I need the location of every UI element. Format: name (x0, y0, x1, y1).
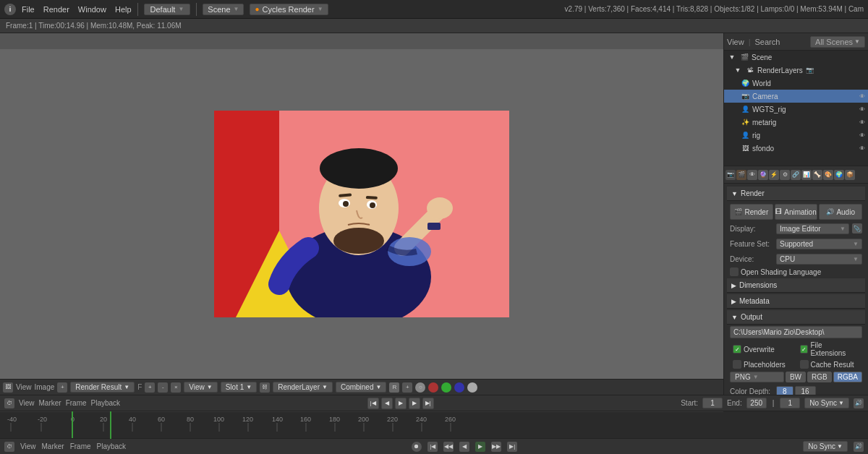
prop-icon-physics[interactable]: ⚙ (780, 170, 790, 180)
outliner-scene[interactable]: ▼ 🎬 Scene (724, 51, 868, 64)
timeline-ruler[interactable]: -40 -20 0 20 40 60 80 100 120 140 160 18… (0, 411, 868, 439)
overwrite-check[interactable]: ✓ Overwrite (730, 340, 796, 358)
next-frame-btn[interactable]: ▶ (409, 398, 420, 409)
scene-selector[interactable]: Scene ▼ (203, 4, 244, 15)
menu-help[interactable]: Help (115, 5, 132, 14)
prop-icon-object[interactable]: 📦 (845, 170, 855, 180)
current-frame[interactable]: 1 (780, 398, 800, 408)
render-button[interactable]: 🎬 Render (730, 204, 773, 220)
display-ext-icon[interactable]: 📎 (852, 223, 862, 234)
prop-icon-render[interactable]: 🎬 (736, 170, 746, 180)
render-result-selector[interactable]: Render Result ▼ (70, 382, 135, 393)
layout-selector[interactable]: Default ▼ (144, 4, 191, 15)
outliner-renderlayers[interactable]: ▼ 📽 RenderLayers 📷 (724, 64, 868, 77)
timeline-playback-btn[interactable]: Playback (91, 399, 121, 407)
rgb-button[interactable]: RGB (807, 372, 832, 382)
play-btn[interactable]: ▶ (395, 398, 407, 409)
chain-icon[interactable]: ⛓ (260, 382, 270, 393)
animation-button[interactable]: 🎞 Animation (775, 204, 818, 220)
prop-icon-bone[interactable]: 🦴 (812, 170, 822, 180)
timeline-view-btn[interactable]: View (19, 399, 35, 407)
file-ext-check[interactable]: ✓ File Extensions (797, 340, 863, 358)
end-value[interactable]: 250 (746, 398, 767, 408)
menu-file[interactable]: File (22, 5, 35, 14)
device-value[interactable]: CPU ▼ (776, 254, 862, 265)
outliner-sfondo[interactable]: 🖼 sfondo 👁 (724, 142, 868, 155)
outliner-world[interactable]: 🌍 World (724, 77, 868, 90)
prop-icon-particles[interactable]: ⚡ (769, 170, 779, 180)
prop-icon-constraints[interactable]: 🔗 (791, 170, 801, 180)
bottom-ctrl4[interactable]: ◀ (459, 442, 469, 452)
bottom-ctrl1[interactable]: ⏺ (412, 442, 422, 452)
prop-icon-view[interactable]: 👁 (747, 170, 757, 180)
display-value[interactable]: Image Editor ▼ (776, 223, 849, 234)
prop-icon-world[interactable]: 🌍 (834, 170, 844, 180)
slot-x-icon[interactable]: × (171, 382, 181, 393)
bottom-ctrl3[interactable]: ◀◀ (443, 442, 454, 452)
view-selector[interactable]: View ▼ (184, 382, 217, 393)
slot-del-icon[interactable]: - (158, 382, 168, 393)
audio-button[interactable]: 🔊 Audio (819, 204, 862, 220)
shading-checkbox[interactable] (730, 267, 739, 276)
dimensions-header[interactable]: ▶ Dimensions (727, 278, 865, 293)
bottom-ctrl5[interactable]: ▶ (475, 442, 485, 452)
bottom-ctrl7[interactable]: ▶| (507, 442, 517, 452)
bottom-view[interactable]: View (20, 442, 36, 450)
sync-selector[interactable]: No Sync ▼ (804, 398, 849, 408)
img-editor-icon[interactable]: 🖼 (3, 382, 13, 393)
timeline-frame-btn[interactable]: Frame (66, 399, 87, 407)
output-header[interactable]: ▼ Output (727, 310, 865, 325)
all-scenes-selector[interactable]: All Scenes ▼ (810, 36, 865, 48)
start-value[interactable]: 1 (702, 398, 723, 408)
add-icon2[interactable]: + (402, 382, 412, 393)
render-section-header[interactable]: ▼ Render (727, 187, 865, 201)
img-add-icon[interactable]: + (57, 382, 67, 393)
speaker-icon[interactable]: 🔊 (854, 398, 864, 408)
prop-icon-material[interactable]: 🔮 (758, 170, 768, 180)
img-image-btn[interactable]: Image (35, 383, 55, 391)
depth-16[interactable]: 16 (795, 386, 816, 395)
outliner-rig[interactable]: 👤 rig 👁 (724, 129, 868, 142)
renderlayer-selector[interactable]: RenderLayer ▼ (273, 382, 333, 393)
combined-selector[interactable]: Combined ▼ (336, 382, 387, 393)
outliner-wgts[interactable]: 👤 WGTS_rig 👁 (724, 103, 868, 116)
engine-selector[interactable]: ● Cycles Render ▼ (250, 4, 328, 15)
jump-end-btn[interactable]: ▶| (422, 398, 434, 409)
menu-render[interactable]: Render (43, 5, 69, 14)
bottom-frame[interactable]: Frame (70, 442, 91, 450)
menu-window[interactable]: Window (78, 5, 106, 14)
cache-checkbox-box[interactable] (800, 360, 809, 369)
tab-search[interactable]: Search (755, 38, 780, 46)
feature-value[interactable]: Supported ▼ (776, 239, 862, 249)
bottom-icon[interactable]: ⏱ (4, 442, 14, 452)
prop-icon-data[interactable]: 📊 (801, 170, 812, 180)
timeline-icon[interactable]: ⏱ (4, 398, 14, 408)
rgb-icon[interactable]: R (389, 382, 399, 393)
bottom-ctrl6[interactable]: ▶▶ (491, 442, 501, 452)
outliner-metarig[interactable]: ✨ metarig 👁 (724, 116, 868, 129)
shading-checkbox-row[interactable]: Open Shading Language (727, 267, 865, 277)
output-path[interactable]: C:\Users\Mario Zio\Desktop\ (730, 326, 862, 338)
slot-icon[interactable]: + (145, 382, 155, 393)
prev-frame-btn[interactable]: ◀ (381, 398, 393, 409)
outliner-camera[interactable]: 📷 Camera 👁 (724, 90, 868, 103)
audio-bottom-icon[interactable]: 🔊 (854, 442, 864, 452)
rgba-button[interactable]: RGBA (833, 372, 862, 382)
img-view-btn[interactable]: View (16, 383, 32, 391)
circle-icon[interactable]: ○ (415, 382, 425, 393)
prop-icon-texture[interactable]: 🎨 (823, 170, 833, 180)
bottom-ctrl2[interactable]: |◀ (427, 442, 438, 452)
placeholders-check[interactable]: Placeholders (730, 359, 796, 369)
slot-selector[interactable]: Slot 1 ▼ (221, 382, 258, 393)
jump-start-btn[interactable]: |◀ (367, 398, 379, 409)
sync-bottom[interactable]: No Sync ▼ (803, 441, 848, 452)
format-selector[interactable]: PNG ▼ (730, 372, 784, 382)
bottom-playback[interactable]: Playback (97, 442, 127, 450)
placeholders-checkbox-box[interactable] (733, 360, 741, 369)
prop-icon-scene[interactable]: 📷 (726, 170, 736, 180)
metadata-header[interactable]: ▶ Metadata (727, 294, 865, 309)
cache-check[interactable]: Cache Result (797, 359, 863, 369)
tab-view[interactable]: View (727, 38, 744, 46)
file-ext-checkbox-box[interactable]: ✓ (800, 345, 809, 354)
bottom-marker[interactable]: Marker (42, 442, 64, 450)
